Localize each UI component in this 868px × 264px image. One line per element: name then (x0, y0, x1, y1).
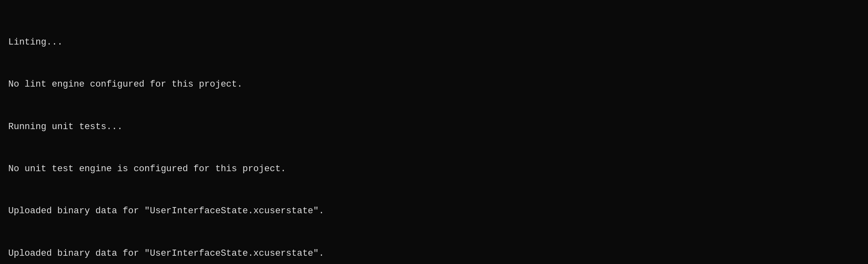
line-running-unit: Running unit tests... (8, 120, 860, 134)
line-no-unit: No unit test engine is configured for th… (8, 162, 860, 176)
line-uploaded1: Uploaded binary data for "UserInterfaceS… (8, 204, 860, 218)
terminal-output: Linting... No lint engine configured for… (8, 7, 860, 264)
line-uploaded2: Uploaded binary data for "UserInterfaceS… (8, 247, 860, 261)
line-no-lint: No lint engine configured for this proje… (8, 78, 860, 92)
line-linting: Linting... (8, 35, 860, 50)
